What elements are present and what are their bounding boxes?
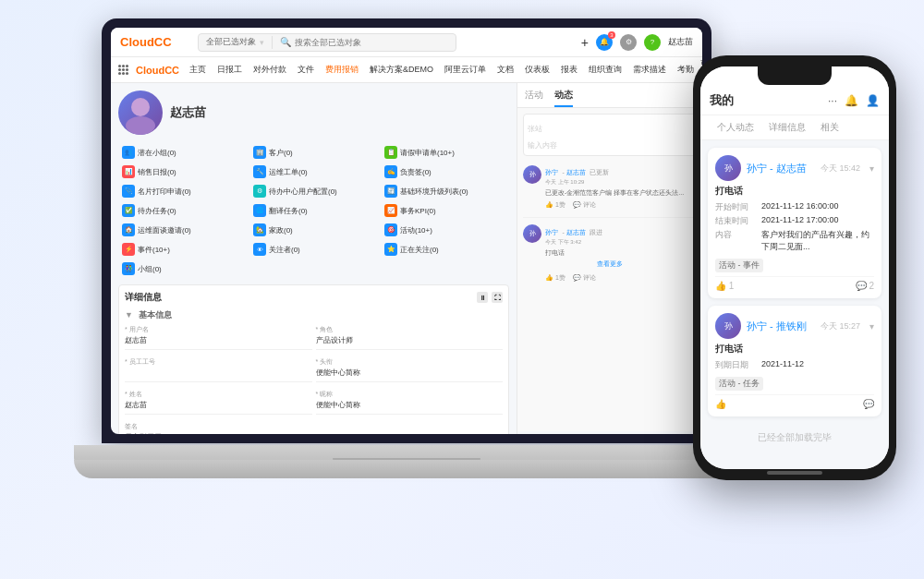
phone-user-icon[interactable]: 👤 — [866, 94, 880, 107]
avatar — [118, 90, 163, 135]
phone-card-name-0[interactable]: 孙宁 - 赵志苗 — [747, 162, 807, 175]
phone-field-key-end: 结束时间 — [715, 215, 761, 227]
laptop-stand — [74, 460, 739, 478]
nav-item-files[interactable]: 文件 — [293, 61, 319, 78]
dropdown-arrow-icon: ▾ — [260, 38, 264, 47]
phone-card-chevron-0[interactable]: ▾ — [869, 163, 874, 174]
quick-icon-2: 📋 — [384, 146, 397, 159]
nav-item-daily[interactable]: 日报工 — [213, 61, 247, 78]
search-bar[interactable]: 全部已选对象 ▾ 🔍 — [198, 33, 456, 52]
quick-link-13[interactable]: 🏡 家政(0) — [249, 222, 378, 238]
quick-link-16[interactable]: 👁 关注者(0) — [249, 241, 378, 258]
quick-label-16: 关注者(0) — [269, 245, 300, 255]
phone-field-key-content: 内容 — [715, 229, 761, 253]
quick-link-7[interactable]: ⚙ 待办中心用户配置(0) — [249, 183, 378, 199]
quick-link-17[interactable]: ⭐ 正在关注(0) — [381, 241, 509, 258]
nav-item-demand[interactable]: 需求描述 — [628, 61, 671, 78]
see-more-link[interactable]: 查看更多 — [523, 258, 697, 271]
phone-like-1[interactable]: 👍 — [715, 399, 726, 409]
quick-link-14[interactable]: 🎯 活动(10+) — [381, 222, 509, 238]
grid-menu-icon[interactable] — [118, 65, 128, 75]
phone-field-duedate: 到期日期 2021-11-12 — [715, 359, 874, 371]
phone-card-avatar-1: 孙 — [715, 313, 741, 339]
act-comment-1[interactable]: 💬 评论 — [573, 273, 596, 283]
quick-link-15[interactable]: ⚡ 事件(10+) — [118, 241, 247, 258]
quick-link-5[interactable]: ✍ 负责签(0) — [381, 163, 509, 180]
act-like-1[interactable]: 👍 1赞 — [545, 273, 565, 283]
profile-username: 赵志苗 — [170, 104, 206, 121]
quick-link-10[interactable]: 🌐 翻译任务(0) — [249, 202, 378, 219]
divider-0 — [523, 217, 697, 218]
nav-item-solutions[interactable]: 解决方案&DEMO — [365, 61, 438, 78]
quick-icon-3: 📊 — [122, 165, 135, 178]
quick-link-18[interactable]: 👫 小组(0) — [118, 260, 247, 277]
quick-label-6: 名片打印申请(0) — [138, 187, 191, 197]
tab-updates[interactable]: 动态 — [554, 89, 573, 107]
quick-link-2[interactable]: 📋 请假申请单(10+) — [381, 144, 509, 161]
help-icon[interactable]: ? — [644, 34, 661, 51]
nav-bar: CloudCC 主页 日报工 对外付款 文件 费用报销 解决方案&DEMO 阿里… — [111, 57, 702, 83]
quick-link-6[interactable]: 📎 名片打印申请(0) — [118, 183, 247, 199]
search-dropdown-label[interactable]: 全部已选对象 — [206, 36, 256, 48]
nav-item-dashboard[interactable]: 仪表板 — [520, 61, 554, 78]
phone-card-time-0: 今天 15:42 — [821, 163, 860, 175]
nav-item-home[interactable]: 主页 — [185, 61, 211, 78]
nav-item-expense[interactable]: 费用报销 — [321, 61, 363, 78]
nav-item-payment[interactable]: 对外付款 — [249, 61, 291, 78]
nav-item-docs[interactable]: 文档 — [492, 61, 518, 78]
quick-link-4[interactable]: 🔧 运维工单(0) — [249, 163, 378, 180]
quick-link-11[interactable]: 📈 事务KPI(0) — [381, 202, 509, 219]
post-text-area[interactable]: 输入内容 — [528, 141, 557, 150]
divider — [272, 36, 273, 49]
quick-icon-10: 🌐 — [253, 204, 266, 217]
phone-tab-personal[interactable]: 个人动态 — [710, 115, 761, 139]
phone-bell-icon[interactable]: 🔔 — [845, 94, 858, 107]
notification-icon[interactable]: 🔔 3 — [596, 34, 613, 51]
act-from-1: 孙宁 — [545, 229, 558, 235]
quick-link-1[interactable]: 🏢 客户(0) — [249, 144, 378, 161]
act-like-0[interactable]: 👍 1赞 — [545, 200, 565, 210]
quick-link-8[interactable]: 🔄 基础环境升级列表(0) — [381, 183, 509, 199]
quick-label-15: 事件(10+) — [138, 245, 170, 255]
quick-links-grid: 👥 潜在小组(0) 🏢 客户(0) 📋 请假申请单(10+) 📊 — [118, 144, 509, 277]
phone-tab-related[interactable]: 相关 — [813, 115, 846, 139]
phone-card-tag-1: 活动 - 任务 — [715, 377, 763, 391]
phone-comment-1[interactable]: 💬 — [863, 399, 874, 409]
add-icon[interactable]: + — [581, 35, 589, 50]
nav-item-reports[interactable]: 报表 — [556, 61, 582, 78]
phone-more-icon[interactable]: ··· — [828, 94, 837, 107]
phone-title: 我的 — [710, 92, 734, 109]
phone-loaded-text: 已经全部加载完毕 — [708, 424, 881, 452]
tab-activity[interactable]: 活动 — [525, 89, 543, 107]
post-input-placeholder[interactable]: 张站 — [528, 125, 542, 133]
phone-like-0[interactable]: 👍 1 — [715, 281, 734, 291]
search-input[interactable] — [295, 38, 406, 47]
phone-tab-detail[interactable]: 详细信息 — [761, 115, 813, 139]
phone-card-chevron-1[interactable]: ▾ — [869, 321, 874, 332]
act-comment-0[interactable]: 💬 评论 — [573, 200, 596, 210]
pause-icon[interactable]: ⏸ — [477, 292, 488, 303]
nav-item-aliyun[interactable]: 阿里云订单 — [440, 61, 491, 78]
quick-label-13: 家政(0) — [269, 225, 293, 235]
quick-icon-4: 🔧 — [253, 165, 266, 178]
phone-card-avatar-0: 孙 — [715, 155, 741, 181]
quick-link-3[interactable]: 📊 销售日报(0) — [118, 163, 247, 180]
quick-link-0[interactable]: 👥 潜在小组(0) — [118, 144, 247, 161]
quick-link-9[interactable]: ✅ 待办任务(0) — [118, 202, 247, 219]
activity-item-0: 孙 孙宁 - 赵志苗 已更新 今天 上午 10:29 — [523, 162, 697, 210]
nav-item-org[interactable]: 组织查询 — [584, 61, 626, 78]
act-avatar-1: 孙 — [523, 224, 541, 243]
user-menu[interactable]: 赵志苗 — [668, 36, 693, 48]
field-title: * 头衔 便能中心简称 — [316, 357, 504, 382]
laptop: CloudCC 全部已选对象 ▾ 🔍 + 🔔 3 ⚙ ? 赵志苗 — [74, 18, 739, 517]
phone-card-name-1[interactable]: 孙宁 - 推铁刚 — [747, 320, 807, 333]
expand-icon[interactable]: ⛶ — [492, 292, 503, 303]
phone-card-time-1: 今天 15:27 — [821, 320, 860, 332]
fields-grid: * 用户名 赵志苗 * 角色 产品设计师 * 员工工号 — [125, 325, 503, 434]
settings-icon[interactable]: ⚙ — [620, 34, 637, 51]
quick-link-12[interactable]: 🏠 运维面谈邀请(0) — [118, 222, 247, 238]
act-from-0: 孙宁 — [545, 169, 558, 175]
quick-label-3: 销售日报(0) — [138, 167, 176, 177]
field-label-title: * 头衔 — [316, 357, 504, 367]
phone-comment-0[interactable]: 💬 2 — [856, 281, 874, 291]
